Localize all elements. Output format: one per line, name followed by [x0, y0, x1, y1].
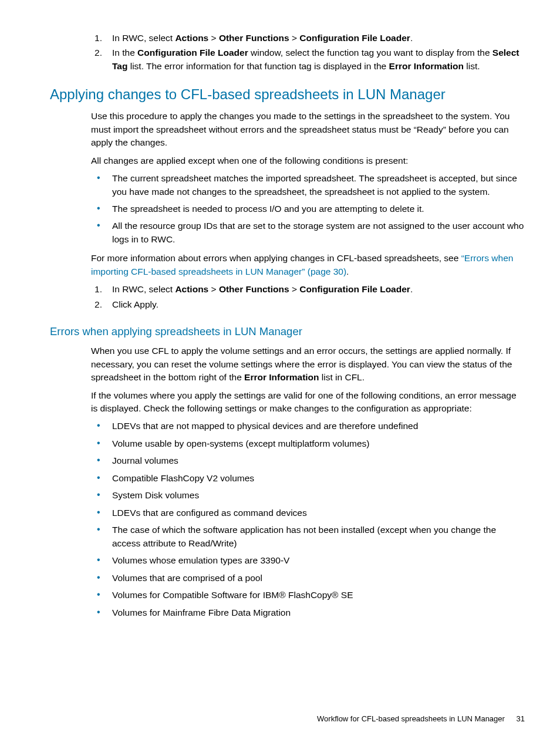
apply-paragraph-1: Use this procedure to apply the changes … — [91, 110, 525, 149]
list-item: In RWC, select Actions > Other Functions… — [91, 283, 525, 296]
heading-applying-changes: Applying changes to CFL-based spreadshee… — [50, 85, 525, 105]
list-item: The spreadsheet is needed to process I/O… — [91, 202, 525, 215]
heading-errors-applying: Errors when applying spreadsheets in LUN… — [50, 324, 525, 340]
list-item: Volume usable by open-systems (except mu… — [91, 437, 525, 450]
errors-paragraph-2: If the volumes where you apply the setti… — [91, 389, 525, 416]
list-item: Volumes that are comprised of a pool — [91, 572, 525, 585]
list-item: In the Configuration File Loader window,… — [91, 46, 525, 73]
list-item: System Disk volumes — [91, 489, 525, 502]
list-item: Click Apply. — [91, 298, 525, 311]
list-item: Volumes whose emulation types are 3390-V — [91, 554, 525, 567]
list-item: The current spreadsheet matches the impo… — [91, 172, 525, 198]
apply-conditions-list: The current spreadsheet matches the impo… — [91, 172, 525, 246]
list-item: Volumes for Compatible Software for IBM®… — [91, 589, 525, 602]
list-item: Compatible FlashCopy V2 volumes — [91, 472, 525, 485]
apply-paragraph-2: All changes are applied except when one … — [91, 154, 525, 167]
list-item: All the resource group IDs that are set … — [91, 220, 525, 246]
list-item: In RWC, select Actions > Other Functions… — [91, 32, 525, 45]
apply-steps-list: In RWC, select Actions > Other Functions… — [91, 283, 525, 311]
errors-conditions-list: LDEVs that are not mapped to physical de… — [91, 420, 525, 619]
list-item: LDEVs that are configured as command dev… — [91, 507, 525, 519]
apply-paragraph-3: For more information about errors when a… — [91, 252, 525, 278]
top-ordered-list: In RWC, select Actions > Other Functions… — [91, 32, 525, 73]
errors-paragraph-1: When you use CFL to apply the volume set… — [91, 345, 525, 384]
cross-reference-link[interactable]: “Errors when importing CFL-based spreads… — [91, 253, 513, 276]
list-item: Journal volumes — [91, 454, 525, 467]
list-item: The case of which the software applicati… — [91, 524, 525, 550]
list-item: LDEVs that are not mapped to physical de… — [91, 420, 525, 433]
list-item: Volumes for Mainframe Fibre Data Migrati… — [91, 606, 525, 619]
